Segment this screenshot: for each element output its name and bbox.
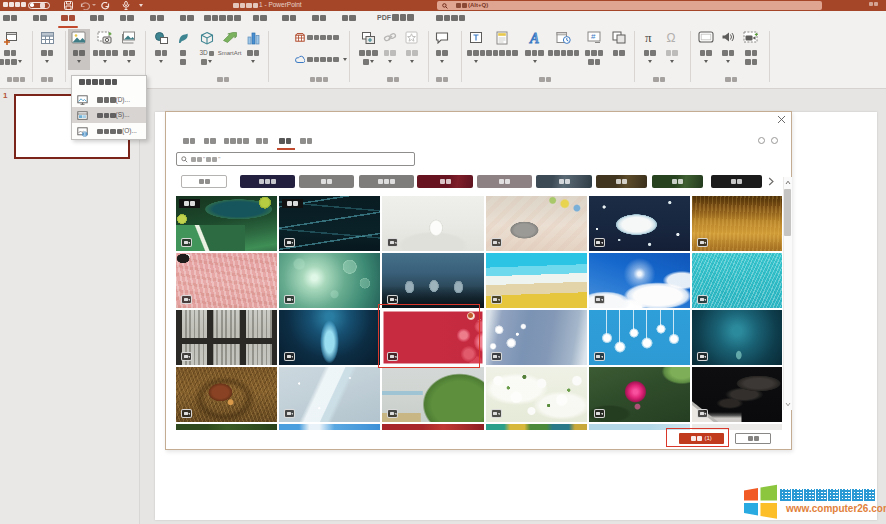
svg-text:#: #: [591, 32, 596, 41]
svg-text:A: A: [529, 31, 539, 44]
svg-text:π: π: [645, 31, 652, 44]
svg-text:Ω: Ω: [667, 31, 676, 44]
